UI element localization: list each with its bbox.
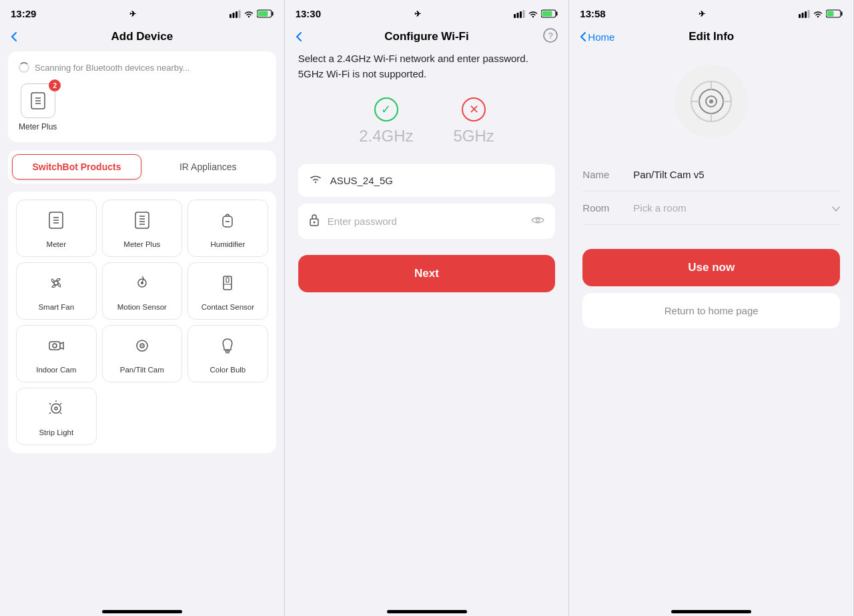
svg-rect-25 bbox=[224, 276, 232, 290]
meter-plus-icon2 bbox=[131, 210, 153, 234]
device-meter-plus[interactable]: Meter Plus bbox=[102, 200, 183, 257]
svg-line-38 bbox=[60, 403, 61, 404]
network-name: ASUS_24_5G bbox=[330, 175, 393, 186]
device-indoor-cam-label: Indoor Cam bbox=[36, 365, 76, 375]
signal-icon-2 bbox=[514, 10, 525, 18]
device-pan-tilt-cam[interactable]: Pan/Tilt Cam bbox=[102, 325, 183, 382]
use-now-button[interactable]: Use now bbox=[582, 249, 840, 286]
svg-point-35 bbox=[51, 404, 61, 413]
help-button[interactable]: ? bbox=[543, 28, 558, 46]
password-field[interactable] bbox=[298, 204, 556, 239]
meter-plus-item[interactable]: 2 Meter Plus bbox=[19, 83, 57, 131]
back-button-1[interactable] bbox=[11, 31, 17, 42]
switchbot-products-tab[interactable]: SwitchBot Products bbox=[12, 154, 141, 180]
wifi-icon-2 bbox=[528, 10, 538, 18]
svg-point-52 bbox=[313, 222, 315, 224]
wifi-5-check: ✕ bbox=[462, 97, 486, 121]
contact-sensor-icon bbox=[217, 272, 238, 297]
eye-icon[interactable] bbox=[531, 216, 544, 228]
wifi-5-freq: 5GHz bbox=[454, 127, 494, 145]
time-2: 13:30 bbox=[296, 8, 321, 19]
device-smart-fan[interactable]: Smart Fan bbox=[16, 262, 97, 320]
device-meter-label: Meter bbox=[47, 240, 66, 250]
meter-plus-svg bbox=[27, 90, 49, 111]
indoor-cam-icon bbox=[45, 335, 67, 360]
room-row[interactable]: Room Pick a room bbox=[582, 192, 840, 225]
color-bulb-icon bbox=[217, 335, 238, 360]
return-home-button[interactable]: Return to home page bbox=[582, 293, 840, 328]
status-bar-3: 13:58 ✈ bbox=[569, 0, 853, 25]
page-title-1: Add Device bbox=[111, 30, 173, 43]
svg-rect-44 bbox=[520, 11, 522, 18]
battery-icon-2 bbox=[541, 9, 558, 18]
svg-rect-60 bbox=[827, 11, 834, 17]
device-grid: Meter Meter Plus Humidifier Smart Fan bbox=[8, 192, 276, 453]
wifi-icon-3 bbox=[813, 10, 823, 18]
battery-icon-3 bbox=[826, 9, 843, 18]
nav-bar-3: Home Edit Info bbox=[569, 25, 853, 51]
page-title-3: Edit Info bbox=[689, 30, 734, 43]
svg-point-64 bbox=[709, 99, 713, 103]
device-indoor-cam[interactable]: Indoor Cam bbox=[16, 325, 97, 382]
svg-rect-54 bbox=[799, 14, 801, 18]
chevron-down-icon bbox=[832, 203, 840, 214]
signal-icon-3 bbox=[799, 10, 810, 18]
panel1-scrollable: Scanning for Bluetooth devices nearby...… bbox=[0, 51, 284, 600]
next-button[interactable]: Next bbox=[298, 255, 556, 292]
ir-appliances-tab[interactable]: IR Appliances bbox=[144, 154, 272, 180]
svg-point-22 bbox=[54, 281, 58, 285]
svg-point-53 bbox=[536, 218, 540, 222]
svg-rect-1 bbox=[232, 13, 234, 18]
wifi-24-freq: 2.4GHz bbox=[359, 127, 413, 145]
time-1: 13:29 bbox=[11, 8, 36, 19]
pan-tilt-cam-large-icon bbox=[688, 78, 735, 125]
meter-plus-badge: 2 bbox=[49, 79, 61, 91]
svg-rect-26 bbox=[226, 278, 229, 282]
name-row[interactable]: Name Pan/Tilt Cam v5 bbox=[582, 158, 840, 192]
add-device-panel: 13:29 ✈ Add Device bbox=[0, 0, 285, 616]
svg-rect-28 bbox=[49, 342, 60, 350]
pan-tilt-cam-icon bbox=[131, 335, 153, 360]
svg-rect-2 bbox=[236, 11, 238, 18]
svg-rect-59 bbox=[841, 12, 843, 16]
home-back-button[interactable]: Home bbox=[580, 31, 614, 43]
device-strip-light[interactable]: Strip Light bbox=[16, 388, 97, 445]
device-contact-sensor[interactable]: Contact Sensor bbox=[187, 262, 268, 320]
svg-rect-48 bbox=[542, 11, 552, 17]
svg-point-29 bbox=[53, 344, 57, 348]
status-bar-1: 13:29 ✈ bbox=[0, 0, 284, 25]
panel3-content: Name Pan/Tilt Cam v5 Room Pick a room Us… bbox=[569, 51, 853, 600]
room-label: Room bbox=[582, 202, 622, 214]
motion-sensor-icon bbox=[131, 272, 153, 297]
device-motion-sensor[interactable]: Motion Sensor bbox=[102, 262, 183, 320]
home-indicator-2 bbox=[387, 610, 467, 613]
device-color-bulb-label: Color Bulb bbox=[210, 365, 246, 375]
svg-point-24 bbox=[141, 282, 143, 284]
back-button-2[interactable] bbox=[296, 31, 302, 42]
scan-spinner bbox=[19, 62, 29, 73]
humidifier-icon bbox=[217, 210, 238, 234]
device-humidifier[interactable]: Humidifier bbox=[187, 200, 268, 257]
device-image-circle bbox=[675, 65, 748, 138]
password-input[interactable] bbox=[328, 216, 524, 227]
meter-icon bbox=[45, 210, 67, 234]
wifi-compare: ✓ 2.4GHz ✕ 5GHz bbox=[298, 97, 556, 145]
device-meter[interactable]: Meter bbox=[16, 200, 97, 257]
room-picker[interactable]: Pick a room bbox=[633, 202, 686, 214]
device-motion-sensor-label: Motion Sensor bbox=[117, 302, 167, 312]
status-bar-2: 13:30 ✈ bbox=[285, 0, 569, 25]
strip-light-icon bbox=[45, 398, 67, 422]
wifi-5-option: ✕ 5GHz bbox=[454, 97, 494, 145]
panel2-scrollable: Select a 2.4GHz Wi-Fi network and enter … bbox=[285, 51, 569, 600]
wifi-description: Select a 2.4GHz Wi-Fi network and enter … bbox=[298, 51, 556, 81]
wifi-24-option: ✓ 2.4GHz bbox=[359, 97, 413, 145]
svg-point-36 bbox=[55, 407, 57, 410]
nav-bar-2: Configure Wi-Fi ? bbox=[285, 25, 569, 51]
svg-rect-0 bbox=[230, 14, 232, 18]
meter-plus-label: Meter Plus bbox=[19, 122, 57, 131]
name-value: Pan/Tilt Cam v5 bbox=[633, 169, 704, 180]
device-color-bulb[interactable]: Color Bulb bbox=[187, 325, 268, 382]
svg-rect-5 bbox=[272, 12, 273, 16]
location-icon-2: ✈ bbox=[414, 9, 421, 19]
home-bar-3 bbox=[569, 600, 853, 616]
